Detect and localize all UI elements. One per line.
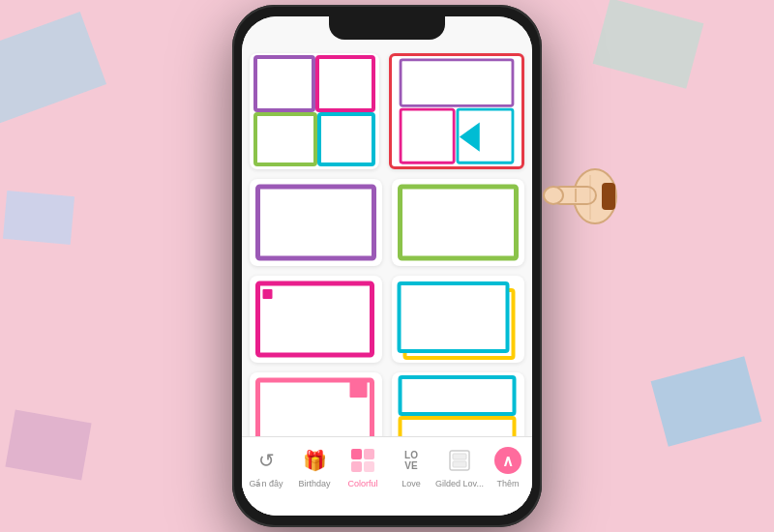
frame-item-2[interactable]	[389, 53, 524, 169]
bg-decoration-1	[0, 12, 106, 124]
colorful-icon	[347, 445, 378, 476]
svg-rect-29	[602, 183, 615, 210]
hand-cursor	[537, 155, 614, 222]
frame-item-8[interactable]	[392, 372, 524, 438]
phone-screen: ↺ Gần đây 🎁 Birthday	[242, 16, 532, 516]
frame-item-1[interactable]	[250, 53, 379, 169]
svg-rect-4	[401, 60, 513, 106]
svg-rect-0	[255, 57, 313, 110]
more-icon: ∧	[492, 445, 523, 476]
svg-point-27	[544, 187, 563, 204]
bg-decoration-4	[651, 356, 762, 446]
svg-rect-10	[258, 283, 372, 355]
phone-device: ↺ Gần đây 🎁 Birthday	[232, 5, 542, 527]
svg-rect-21	[364, 461, 374, 472]
tab-bar: ↺ Gần đây 🎁 Birthday	[242, 436, 532, 516]
gilded-icon	[444, 445, 475, 476]
phone-notch	[329, 16, 445, 40]
tab-gilded-label: Gilded Lov...	[435, 479, 484, 488]
tab-more-label: Thêm	[496, 479, 519, 488]
phone-body: ↺ Gần đây 🎁 Birthday	[232, 5, 542, 527]
svg-rect-2	[255, 114, 315, 164]
frames-area[interactable]	[242, 16, 532, 438]
tab-love[interactable]: LOVE Love	[387, 445, 435, 488]
tab-recent-label: Gần đây	[249, 479, 283, 488]
frame-item-4[interactable]	[392, 179, 524, 266]
svg-rect-19	[364, 449, 374, 459]
frame-item-6[interactable]	[392, 276, 524, 363]
tab-gilded[interactable]: Gilded Lov...	[435, 445, 484, 488]
svg-rect-1	[317, 57, 373, 110]
tab-colorful-label: Colorful	[347, 479, 377, 488]
svg-rect-11	[263, 289, 273, 299]
recent-icon: ↺	[251, 445, 282, 476]
svg-rect-17	[401, 418, 515, 438]
tab-more[interactable]: ∧ Thêm	[484, 445, 532, 488]
tab-colorful[interactable]: Colorful	[339, 445, 387, 488]
bg-decoration-5	[3, 191, 74, 245]
tab-love-label: Love	[402, 479, 421, 488]
svg-rect-23	[453, 454, 466, 459]
screen-content: ↺ Gần đây 🎁 Birthday	[242, 16, 532, 516]
svg-rect-5	[401, 109, 454, 163]
svg-rect-9	[401, 187, 517, 258]
svg-rect-18	[351, 449, 362, 459]
svg-rect-15	[350, 380, 368, 398]
bg-decoration-3	[5, 410, 91, 481]
bg-decoration-2	[593, 0, 704, 89]
svg-rect-8	[258, 187, 374, 258]
svg-rect-24	[453, 461, 466, 467]
svg-rect-16	[401, 377, 515, 414]
frame-item-5[interactable]	[250, 276, 382, 363]
frame-item-7[interactable]	[250, 372, 382, 438]
tab-birthday-label: Birthday	[298, 479, 330, 488]
frame-item-3[interactable]	[250, 179, 382, 266]
birthday-icon: 🎁	[299, 445, 330, 476]
svg-rect-20	[351, 461, 362, 472]
tab-recent[interactable]: ↺ Gần đây	[242, 445, 290, 488]
love-icon: LOVE	[396, 445, 427, 476]
tab-birthday[interactable]: 🎁 Birthday	[290, 445, 339, 488]
svg-rect-3	[319, 114, 373, 164]
svg-rect-13	[400, 283, 508, 351]
